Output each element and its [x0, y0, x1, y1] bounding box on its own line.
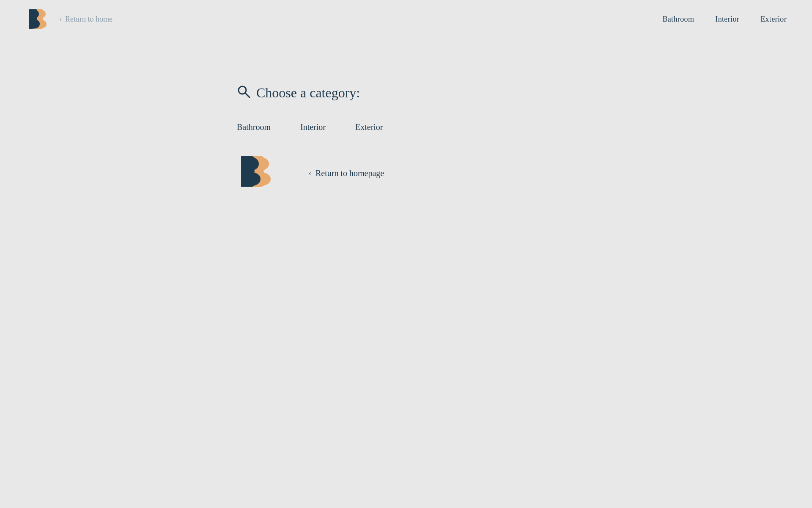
main-content: Choose a category: Bathroom Interior Ext… — [0, 38, 812, 191]
nav-item-interior[interactable]: Interior — [715, 15, 739, 24]
category-title: Choose a category: — [256, 85, 360, 101]
category-link-exterior[interactable]: Exterior — [355, 122, 383, 132]
category-link-bathroom[interactable]: Bathroom — [237, 122, 271, 132]
return-to-home-link[interactable]: ‹ Return to home — [59, 15, 112, 24]
return-chevron-icon: ‹ — [309, 169, 311, 178]
category-links: Bathroom Interior Exterior — [237, 122, 383, 132]
svg-line-9 — [245, 93, 250, 97]
nav-item-bathroom[interactable]: Bathroom — [662, 15, 694, 24]
category-heading: Choose a category: — [237, 85, 360, 101]
return-homepage-link[interactable]: ‹ Return to homepage — [309, 168, 384, 178]
search-icon — [237, 85, 250, 101]
header-left: ‹ Return to home — [25, 8, 112, 30]
nav-item-exterior[interactable]: Exterior — [760, 15, 787, 24]
logo[interactable] — [25, 8, 47, 30]
return-homepage-label: Return to homepage — [315, 168, 384, 178]
back-chevron-icon: ‹ — [59, 15, 62, 24]
header: ‹ Return to home Bathroom Interior Exter… — [0, 0, 812, 38]
logo-icon — [25, 8, 47, 30]
big-logo[interactable] — [237, 155, 275, 191]
big-logo-icon — [237, 155, 275, 189]
bottom-section: ‹ Return to homepage — [237, 155, 384, 191]
return-to-home-label: Return to home — [65, 15, 112, 24]
category-link-interior[interactable]: Interior — [300, 122, 326, 132]
header-nav: Bathroom Interior Exterior — [662, 15, 787, 24]
